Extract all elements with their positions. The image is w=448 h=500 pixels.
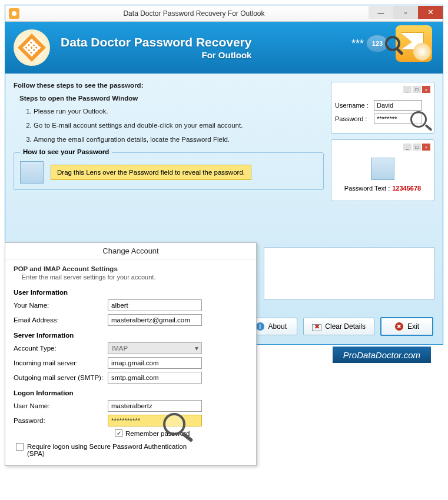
titlebar: Data Doctor Password Recovery For Outloo… [5, 5, 443, 22]
logon-username-label: User Name: [14, 402, 108, 409]
demo-username-field [374, 100, 422, 111]
about-label: About [268, 322, 287, 331]
your-name-label: Your Name: [14, 302, 108, 309]
account-type-label: Account Type: [14, 345, 108, 352]
window-title: Data Doctor Password Recovery For Outloo… [19, 9, 369, 18]
demo-result-window: _ □ × Password Text : 12345678 [331, 139, 434, 201]
change-account-dialog: Change Account POP and IMAP Account Sett… [5, 242, 257, 466]
demo-password-field [374, 114, 422, 124]
logon-password-field[interactable] [108, 415, 202, 426]
spa-label: Require logon using Secure Password Auth… [27, 443, 204, 457]
demo-lens-icon [371, 158, 394, 180]
window-controls: — ▫ ✕ [369, 8, 443, 19]
instructions-subheading: Steps to open the Password Window [19, 95, 324, 102]
demo-result-label: Password Text : [344, 185, 390, 192]
spa-checkbox[interactable] [16, 443, 24, 451]
footer-brand: ProDataDoctor.com [333, 346, 431, 363]
remember-checkbox[interactable]: ✓ [115, 429, 122, 437]
logo-icon [14, 29, 50, 66]
banner-subtitle: For Outlook [61, 50, 251, 60]
magnifier-icon [385, 36, 400, 51]
demo-username-label: Username : [335, 102, 371, 109]
mail-icon [396, 25, 432, 62]
instructions-heading: Follow these steps to see the password: [14, 82, 324, 89]
your-name-field[interactable] [108, 299, 202, 311]
outgoing-label: Outgoing mail server (SMTP): [14, 374, 108, 381]
dialog-title: Change Account [5, 243, 256, 259]
step-item: Go to E-mail account settings and double… [34, 122, 324, 129]
instructions-panel: Follow these steps to see the password: … [14, 82, 324, 143]
clear-label: Clear Details [325, 322, 366, 331]
account-type-select[interactable]: IMAP ▾ [108, 342, 202, 354]
step-item: Please run your Outlook. [34, 108, 324, 115]
lens-overlay-icon[interactable] [163, 413, 185, 435]
result-listbox[interactable] [264, 247, 434, 300]
dialog-heading: POP and IMAP Account Settings [14, 265, 248, 272]
demo-result-value: 12345678 [392, 185, 421, 192]
minimize-button[interactable]: — [369, 6, 393, 19]
logon-info-heading: Logon Information [14, 389, 248, 396]
app-icon [9, 8, 19, 19]
lens-instruction: Drag this Lens over the Password field t… [51, 165, 251, 180]
banner-title: Data Doctor Password Recovery [61, 35, 251, 49]
clear-icon [312, 322, 321, 331]
demo-close-icon: × [422, 86, 430, 93]
stars-icon: *** [351, 38, 364, 50]
user-info-heading: User Information [14, 289, 248, 296]
demo2-max-icon: □ [413, 144, 421, 151]
incoming-server-field[interactable] [108, 357, 202, 369]
info-icon [255, 322, 265, 331]
email-field[interactable] [108, 314, 202, 326]
chevron-down-icon: ▾ [195, 344, 198, 352]
banner: Data Doctor Password Recovery For Outloo… [5, 22, 443, 74]
demo-max-icon: □ [413, 86, 421, 93]
incoming-label: Incoming mail server: [14, 359, 108, 366]
howto-title: How to see your Password [20, 148, 112, 155]
maximize-button[interactable]: ▫ [393, 6, 418, 19]
clear-details-button[interactable]: Clear Details [303, 318, 374, 335]
demo2-min-icon: _ [403, 144, 412, 151]
close-button[interactable]: ✕ [418, 6, 443, 19]
lens-tool[interactable] [20, 161, 44, 184]
account-type-value: IMAP [111, 345, 128, 352]
outgoing-server-field[interactable] [108, 372, 202, 384]
demo2-close-icon: × [422, 144, 430, 151]
howto-groupbox: How to see your Password Drag this Lens … [14, 152, 324, 190]
exit-label: Exit [407, 322, 419, 331]
demo-min-icon: _ [403, 86, 412, 93]
banner-art: *** 123 [351, 25, 432, 62]
demo-password-label: Password : [335, 115, 371, 122]
exit-button[interactable]: Exit [380, 317, 433, 336]
email-label: Email Address: [14, 316, 108, 324]
step-item: Among the email configuration details, l… [34, 136, 324, 143]
dialog-sub: Enter the mail server settings for your … [22, 274, 248, 281]
logon-username-field[interactable] [108, 400, 202, 412]
logon-password-label: Password: [14, 417, 108, 424]
exit-icon [394, 322, 404, 331]
demo-login-window: _ □ × Username : Password : [331, 82, 434, 134]
server-info-heading: Server Information [14, 332, 248, 339]
